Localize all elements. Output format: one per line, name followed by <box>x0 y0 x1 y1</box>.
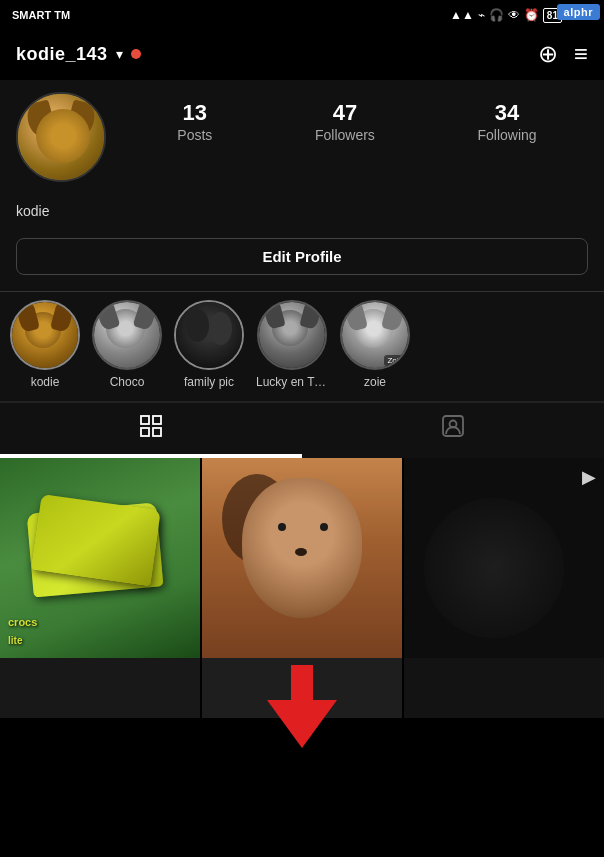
stories-section: kodie Choco family pic <box>0 292 604 402</box>
story-image-kodie <box>12 302 78 368</box>
photo-grid: crocs lite ▶ <box>0 458 604 658</box>
profile-display-name: kodie <box>16 203 49 219</box>
grid-cell-row2-1[interactable] <box>0 658 200 718</box>
new-post-icon[interactable]: ⊕ <box>538 40 558 68</box>
grid-container: crocs lite ▶ <box>0 458 604 718</box>
signal-icon-1: ▲▲ <box>450 8 474 22</box>
chevron-down-icon[interactable]: ▾ <box>116 46 123 62</box>
story-label-kodie: kodie <box>31 375 60 389</box>
followers-label: Followers <box>315 127 375 143</box>
story-item-kodie[interactable]: kodie <box>10 300 80 389</box>
puppy-eye-right <box>320 523 328 531</box>
following-stat[interactable]: 34 Following <box>478 100 537 144</box>
puppy-nose <box>295 548 307 556</box>
grid-cell-row2-3[interactable] <box>404 658 604 718</box>
grid-text-crocs: crocs lite <box>8 612 37 648</box>
avatar <box>16 92 106 182</box>
svg-rect-0 <box>141 416 149 424</box>
video-play-icon: ▶ <box>582 466 596 488</box>
grid-cell-row2-2[interactable] <box>202 658 402 718</box>
grid-icon <box>140 415 162 442</box>
story-zoie-badge: Zoie <box>384 355 406 366</box>
story-label-zoie: zoie <box>364 375 386 389</box>
posts-stat[interactable]: 13 Posts <box>177 100 212 144</box>
puppy-eye-left <box>278 523 286 531</box>
story-circle-zoie: Zoie <box>340 300 410 370</box>
grid-image-video: ▶ <box>404 458 604 658</box>
profile-name-row: kodie <box>0 198 604 232</box>
avatar-detail <box>36 109 90 163</box>
story-circle-family-pic <box>174 300 244 370</box>
story-image-lucky <box>259 302 325 368</box>
story-label-family-pic: family pic <box>184 375 234 389</box>
tab-grid[interactable] <box>0 403 302 456</box>
following-label: Following <box>478 127 537 143</box>
story-circle-kodie <box>10 300 80 370</box>
story-item-choco[interactable]: Choco <box>92 300 162 389</box>
story-image-choco <box>94 302 160 368</box>
top-bar: kodie_143 ▾ ⊕ ≡ <box>0 28 604 80</box>
story-label-lucky: Lucky en Tim... <box>256 375 328 389</box>
eye-icon: 👁 <box>508 8 520 22</box>
username-section: kodie_143 ▾ <box>16 44 141 65</box>
posts-label: Posts <box>177 127 212 143</box>
online-dot <box>131 49 141 59</box>
following-count: 34 <box>478 100 537 126</box>
tabs-row <box>0 402 604 456</box>
story-item-family-pic[interactable]: family pic <box>174 300 244 389</box>
followers-count: 47 <box>315 100 375 126</box>
headphones-icon: 🎧 <box>489 8 504 22</box>
grid-cell-video[interactable]: ▶ <box>404 458 604 658</box>
story-item-lucky[interactable]: Lucky en Tim... <box>256 300 328 389</box>
top-actions: ⊕ ≡ <box>538 40 588 68</box>
followers-stat[interactable]: 47 Followers <box>315 100 375 144</box>
story-image-zoie: Zoie <box>342 302 408 368</box>
story-circle-lucky <box>257 300 327 370</box>
story-image-family-pic <box>176 302 242 368</box>
posts-count: 13 <box>177 100 212 126</box>
svg-rect-3 <box>153 428 161 436</box>
edit-profile-button[interactable]: Edit Profile <box>16 238 588 275</box>
profile-section: 13 Posts 47 Followers 34 Following <box>0 80 604 198</box>
photo-grid-row2 <box>0 658 604 718</box>
alarm-icon: ⏰ <box>524 8 539 22</box>
status-bar: SMART TM ▲▲ ⌁ 🎧 👁 ⏰ 81 9:30 <box>0 0 604 28</box>
avatar-container[interactable] <box>16 92 106 182</box>
alphr-badge: alphr <box>557 4 600 20</box>
grid-cell-crocs[interactable]: crocs lite <box>0 458 200 658</box>
grid-cell-puppy[interactable] <box>202 458 402 658</box>
edit-profile-row: Edit Profile <box>0 232 604 291</box>
stats-section: 13 Posts 47 Followers 34 Following <box>126 92 588 144</box>
story-label-choco: Choco <box>110 375 145 389</box>
grid-image-puppy <box>202 458 402 658</box>
tagged-icon <box>442 415 464 442</box>
wifi-icon: ⌁ <box>478 8 485 22</box>
puppy-face <box>242 478 362 618</box>
story-item-zoie[interactable]: Zoie zoie <box>340 300 410 389</box>
story-circle-choco <box>92 300 162 370</box>
tab-tagged[interactable] <box>302 403 604 456</box>
grid-image-crocs: crocs lite <box>0 458 200 658</box>
svg-rect-2 <box>141 428 149 436</box>
avatar-image <box>18 94 104 180</box>
svg-rect-1 <box>153 416 161 424</box>
menu-icon[interactable]: ≡ <box>574 40 588 68</box>
username-label: kodie_143 <box>16 44 108 65</box>
carrier-label: SMART TM <box>12 9 70 21</box>
